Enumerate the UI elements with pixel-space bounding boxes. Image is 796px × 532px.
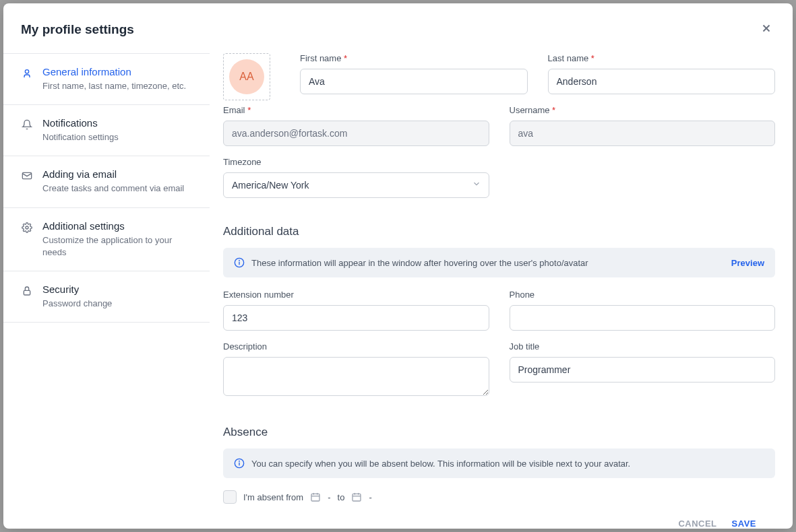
svg-point-4 <box>26 226 28 229</box>
sidebar-item-title: Additional settings <box>42 220 197 232</box>
job-title-label: Job title <box>510 341 776 352</box>
sidebar-item-title: Notifications <box>42 117 119 129</box>
timezone-select[interactable]: America/New York <box>223 172 489 198</box>
extension-label: Extension number <box>223 290 489 300</box>
info-icon <box>234 257 245 268</box>
last-name-label: Last name * <box>548 53 776 63</box>
sidebar-item-title: General information <box>42 66 186 77</box>
close-button[interactable] <box>758 20 775 40</box>
first-name-label: First name * <box>300 53 528 63</box>
profile-settings-modal: My profile settings General information … <box>3 3 793 529</box>
sidebar-item-security[interactable]: Security Password change <box>3 271 210 323</box>
email-label: Email * <box>223 105 489 115</box>
dash-text: - <box>369 492 371 502</box>
avatar-initials: AA <box>229 59 264 94</box>
job-title-input[interactable] <box>510 357 776 383</box>
mail-icon <box>21 170 33 182</box>
svg-rect-5 <box>24 290 30 295</box>
phone-input[interactable] <box>510 305 776 331</box>
extension-input[interactable] <box>223 305 489 331</box>
svg-rect-16 <box>353 494 361 501</box>
username-label: Username * <box>510 105 776 115</box>
absence-info-bar: You can specify when you will be absent … <box>223 448 775 478</box>
svg-point-11 <box>239 461 240 461</box>
gear-icon <box>21 222 33 234</box>
sidebar-item-desc: Password change <box>42 298 112 310</box>
close-icon <box>760 22 772 34</box>
absence-row: I'm absent from - to - <box>223 490 775 504</box>
bell-icon <box>21 119 33 131</box>
sidebar-item-desc: Customize the application to your needs <box>42 234 197 259</box>
absence-title: Absence <box>223 426 775 439</box>
sidebar-item-notifications[interactable]: Notifications Notification settings <box>3 105 210 156</box>
modal-footer: CANCEL SAVE <box>223 504 775 529</box>
sidebar-item-general[interactable]: General information First name, last nam… <box>3 53 210 105</box>
sidebar-item-title: Adding via email <box>42 168 184 180</box>
avatar-upload[interactable]: AA <box>223 53 270 100</box>
calendar-icon[interactable] <box>351 492 362 502</box>
sidebar-item-desc: First name, last name, timezone, etc. <box>42 80 186 92</box>
main-form: AA First name * Last name * <box>210 53 793 529</box>
svg-point-8 <box>239 260 240 261</box>
sidebar-item-title: Security <box>42 284 112 295</box>
save-button[interactable]: SAVE <box>732 519 756 529</box>
last-name-input[interactable] <box>548 69 776 94</box>
sidebar-item-desc: Notification settings <box>42 131 119 143</box>
modal-title: My profile settings <box>21 22 134 37</box>
sidebar-item-desc: Create tasks and comment via email <box>42 182 184 195</box>
description-textarea[interactable] <box>223 357 489 396</box>
absent-label: I'm absent from <box>243 492 303 502</box>
cancel-button[interactable]: CANCEL <box>678 519 716 529</box>
additional-info-text: These information will appear in the win… <box>251 258 588 268</box>
info-icon <box>234 458 245 469</box>
sidebar-item-additional[interactable]: Additional settings Customize the applic… <box>3 208 210 271</box>
additional-info-bar: These information will appear in the win… <box>223 248 775 277</box>
additional-data-title: Additional data <box>223 225 775 238</box>
email-input <box>223 121 489 146</box>
to-label: to <box>338 492 345 502</box>
first-name-input[interactable] <box>300 69 528 94</box>
sidebar-item-adding-email[interactable]: Adding via email Create tasks and commen… <box>3 156 210 207</box>
absence-info-text: You can specify when you will be absent … <box>251 459 630 469</box>
user-icon <box>21 67 33 79</box>
calendar-icon[interactable] <box>310 492 321 502</box>
modal-header: My profile settings <box>3 3 793 53</box>
timezone-label: Timezone <box>223 157 489 167</box>
preview-link[interactable]: Preview <box>731 258 764 268</box>
settings-sidebar: General information First name, last nam… <box>3 53 210 529</box>
svg-point-2 <box>25 70 28 73</box>
username-input <box>510 121 776 146</box>
absent-checkbox[interactable] <box>223 490 237 504</box>
description-label: Description <box>223 341 489 352</box>
phone-label: Phone <box>510 290 776 300</box>
lock-icon <box>21 285 33 297</box>
svg-rect-12 <box>311 494 319 501</box>
dash-text: - <box>328 492 330 502</box>
